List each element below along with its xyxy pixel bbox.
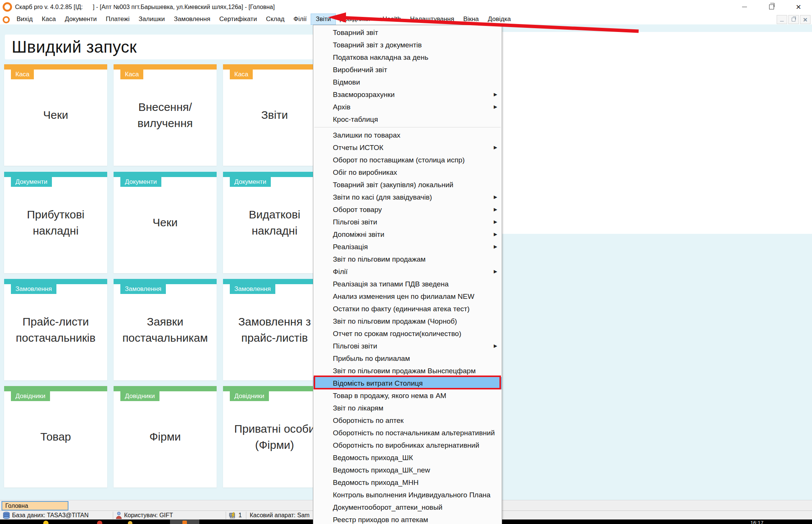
mdi-window-controls: ✕	[777, 15, 810, 24]
menu-item-Остатки по факту (единичная атека тест)[interactable]: Остатки по факту (единичная атека тест)	[313, 303, 502, 315]
menu-item-Філії[interactable]: Філії▶	[313, 265, 502, 278]
statusbar-separator	[113, 512, 113, 519]
menu-item-Анализ изменения цен по филиалам NEW[interactable]: Анализ изменения цен по филиалам NEW	[313, 290, 502, 303]
menu-item-Товарний звіт[interactable]: Товарний звіт	[313, 26, 502, 39]
menu-item-Залишки по товарах[interactable]: Залишки по товарах	[313, 129, 502, 141]
menu-item-label: Допоміжні звіти	[333, 230, 384, 238]
menu-item-Архів[interactable]: Архів▶	[313, 101, 502, 113]
statusbar-separator	[226, 512, 226, 519]
menu-item-Виробничий звіт[interactable]: Виробничий звіт	[313, 64, 502, 76]
menubar-item-Налаштування[interactable]: Налаштування	[405, 14, 459, 24]
taskbar-app-icon[interactable]	[97, 521, 102, 524]
menubar-item-Вікна[interactable]: Вікна	[459, 14, 483, 24]
tile-Прибуткові накладні[interactable]: ДокументиПрибуткові накладні	[4, 172, 107, 273]
menu-item-Пільгові звіти[interactable]: Пільгові звіти▶	[313, 340, 502, 352]
tile-Чеки[interactable]: КасаЧеки	[4, 64, 107, 166]
submenu-arrow-icon: ▶	[494, 141, 497, 154]
window-minimize-button[interactable]	[731, 0, 758, 14]
tile-Чеки[interactable]: ДокументиЧеки	[114, 172, 217, 273]
app-logo-icon	[3, 2, 12, 12]
tile-Приватні особи (Фірми)[interactable]: ДовідникиПриватні особи (Фірми)	[223, 386, 326, 488]
menu-item-Ведомость прихода_МНН[interactable]: Ведомость прихода_МНН	[313, 476, 502, 489]
menubar-item-Довідники[interactable]: Довідники	[335, 14, 375, 24]
menubar-item-Довідка[interactable]: Довідка	[483, 14, 515, 24]
menu-item-Взаєморозрахунки[interactable]: Взаєморозрахунки▶	[313, 88, 502, 101]
menu-item-Отчеты ИСТОК[interactable]: Отчеты ИСТОК▶	[313, 141, 502, 154]
menu-item-Реалізація за типами ПДВ зведена[interactable]: Реалізація за типами ПДВ зведена	[313, 278, 502, 290]
menubar-item-Вихід[interactable]: Вихід	[12, 14, 37, 24]
menu-item-label: Реестр приходов по аптекам	[333, 516, 428, 524]
menu-item-Обіг по виробниках[interactable]: Обіг по виробниках	[313, 166, 502, 179]
menu-bar: ВихідКасаДокументиПлатежіЗалишкиЗамовлен…	[0, 14, 812, 24]
menu-item-Допоміжні звіти[interactable]: Допоміжні звіти▶	[313, 228, 502, 241]
menubar-item-Замовлення[interactable]: Замовлення	[169, 14, 215, 24]
restore-icon	[792, 18, 795, 21]
tile-Товар[interactable]: ДовідникиТовар	[4, 386, 107, 488]
mdi-restore-button[interactable]	[788, 15, 799, 24]
menu-item-label: Залишки по товарах	[333, 131, 400, 139]
tab-golovna[interactable]: Головна	[2, 501, 68, 510]
menu-item-Реестр приходов по аптекам[interactable]: Реестр приходов по аптекам	[313, 513, 502, 524]
menu-item-Товар в продажу, якого нема в АМ[interactable]: Товар в продажу, якого нема в АМ	[313, 389, 502, 402]
menu-item-Звіт по пільговим продажам (Чорноб)[interactable]: Звіт по пільговим продажам (Чорноб)	[313, 315, 502, 327]
menu-item-Оборотність по аптек[interactable]: Оборотність по аптек	[313, 414, 502, 427]
tile-label: Фірми	[114, 401, 217, 488]
menubar-item-Документи[interactable]: Документи	[60, 14, 101, 24]
menu-item-Контроль выполнения Индивидуального Плана[interactable]: Контроль выполнения Индивидуального План…	[313, 489, 502, 501]
user-icon	[116, 512, 122, 519]
tile-Фірми[interactable]: ДовідникиФірми	[114, 386, 217, 488]
menu-item-Товарний звіт (закупівля) локальний[interactable]: Товарний звіт (закупівля) локальний	[313, 179, 502, 191]
taskbar-active-app[interactable]	[170, 519, 199, 524]
menubar-item-Звіти[interactable]: Звіти	[311, 14, 335, 24]
menu-item-Звіти по касі (для завідувачів)[interactable]: Звіти по касі (для завідувачів)▶	[313, 191, 502, 203]
menubar-item-eHealth[interactable]: eHealth	[375, 14, 406, 24]
menu-item-label: Звіт по пільговим продажам (Чорноб)	[333, 317, 457, 325]
tile-category-badge: Документи	[120, 177, 161, 187]
tile-category-bar	[4, 386, 107, 391]
tile-Прайс-листи постачальників[interactable]: ЗамовленняПрайс-листи постачальників	[4, 279, 107, 380]
tile-category-bar	[4, 64, 107, 70]
menu-item-Крос-таблиця[interactable]: Крос-таблиця	[313, 113, 502, 126]
tile-Замовлення з прайс-листів[interactable]: ЗамовленняЗамовлення з прайс-листів	[223, 279, 326, 380]
menubar-item-Платежі[interactable]: Платежі	[101, 14, 134, 24]
mdi-minimize-button[interactable]	[777, 15, 787, 24]
menubar-item-Склад[interactable]: Склад	[261, 14, 289, 24]
menu-item-Оборот по поставщикам (столица испр)[interactable]: Оборот по поставщикам (столица испр)	[313, 154, 502, 166]
menu-item-Звіт по лікарям[interactable]: Звіт по лікарям	[313, 402, 502, 414]
tile-Видаткові накладні[interactable]: ДокументиВидаткові накладні	[223, 172, 326, 273]
menu-item-Ведомость прихода_ШК[interactable]: Ведомость прихода_ШК	[313, 451, 502, 464]
menu-item-Відмови[interactable]: Відмови	[313, 76, 502, 88]
menu-item-Оборот товару[interactable]: Оборот товару▶	[313, 203, 502, 216]
tile-category-badge: Каса	[120, 70, 143, 79]
tile-label: Чеки	[4, 79, 107, 166]
menu-item-Звіт по пільговим продажам[interactable]: Звіт по пільговим продажам	[313, 253, 502, 265]
close-icon: ✕	[803, 17, 808, 23]
taskbar-app-icon[interactable]	[43, 521, 49, 524]
menubar-item-Залишки[interactable]: Залишки	[134, 14, 170, 24]
taskbar-app-icon[interactable]	[128, 521, 132, 524]
menu-item-Ведомость прихода_ШК_new[interactable]: Ведомость прихода_ШК_new	[313, 464, 502, 476]
menu-item-Товарний звіт з документів[interactable]: Товарний звіт з документів	[313, 39, 502, 51]
menubar-item-Сертифікати[interactable]: Сертифікати	[215, 14, 261, 24]
menu-item-label: Звіт по пільговим продажам	[333, 255, 426, 263]
mdi-close-button[interactable]: ✕	[800, 15, 810, 24]
tile-Заявки постачальникам[interactable]: ЗамовленняЗаявки постачальникам	[114, 279, 217, 380]
menu-item-Документооборот_аптеки_новый[interactable]: Документооборот_аптеки_новый	[313, 501, 502, 513]
menubar-item-Філії[interactable]: Філії	[289, 14, 311, 24]
menu-item-Прибыль по филиалам[interactable]: Прибыль по филиалам	[313, 352, 502, 365]
menubar-item-Каса[interactable]: Каса	[37, 14, 60, 24]
tile-Звіти[interactable]: КасаЗвіти	[223, 64, 326, 166]
window-restore-button[interactable]	[758, 0, 785, 14]
menu-item-Оборотність по постачальникам альтернативний[interactable]: Оборотність по постачальникам альтернати…	[313, 427, 502, 439]
menu-item-label: Оборотність по виробниках альтернативний	[333, 441, 479, 449]
menu-item-Отчет по срокам годности(количество)[interactable]: Отчет по срокам годности(количество)	[313, 327, 502, 340]
minimize-icon	[742, 7, 747, 7]
menu-item-label: Реалізація за типами ПДВ зведена	[333, 280, 449, 288]
menu-item-Реалізація[interactable]: Реалізація▶	[313, 241, 502, 253]
menu-item-Пільгові звіти[interactable]: Пільгові звіти▶	[313, 216, 502, 228]
window-close-button[interactable]: ✕	[785, 0, 812, 14]
menu-item-Оборотність по виробниках альтернативний[interactable]: Оборотність по виробниках альтернативний	[313, 439, 502, 451]
tile-label: Видаткові накладні	[223, 187, 326, 273]
tile-Внесення/вилучення[interactable]: КасаВнесення/вилучення	[114, 64, 217, 166]
menu-item-Податкова накладна за день[interactable]: Податкова накладна за день	[313, 51, 502, 64]
